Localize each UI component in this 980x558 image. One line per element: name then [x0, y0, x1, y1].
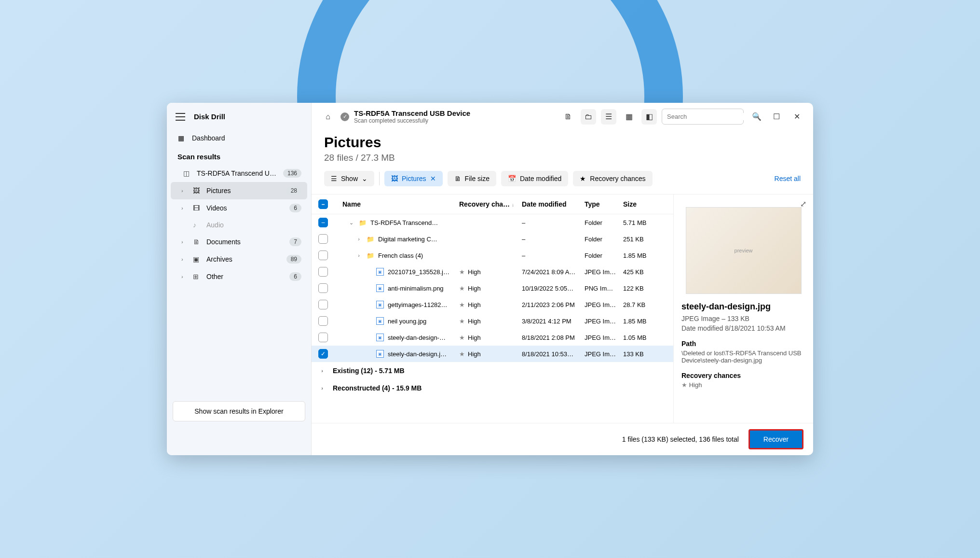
list-view-icon[interactable]: ☰	[601, 109, 616, 125]
col-recovery[interactable]: Recovery cha…↓	[459, 200, 522, 208]
tree-caret-icon[interactable]: ⌄	[347, 220, 355, 226]
panel-view-icon[interactable]: ◧	[641, 109, 657, 125]
table-row[interactable]: ▣steely-dan-design-… ★High 8/18/2021 2:0…	[312, 329, 673, 346]
footer: 1 files (133 KB) selected, 136 files tot…	[312, 423, 813, 455]
show-filter[interactable]: ☰ Show ⌄	[324, 171, 374, 186]
pictures-filter[interactable]: 🖼 Pictures ✕	[384, 171, 443, 186]
sidebar-cat-other[interactable]: › ⊞ Other 6	[171, 268, 307, 285]
select-all-checkbox[interactable]: –	[318, 199, 328, 209]
close-button[interactable]: ✕	[789, 109, 804, 125]
sidebar-cat-archives[interactable]: › ▣ Archives 89	[171, 251, 307, 268]
table-row[interactable]: – ⌄📁TS-RDF5A Transcend… – Folder 5.71 MB	[312, 214, 673, 231]
table-row[interactable]: ✓ ▣steely-dan-design.j… ★High 8/18/2021 …	[312, 346, 673, 362]
category-count: 89	[286, 255, 301, 264]
tree-caret-icon[interactable]: ›	[355, 252, 363, 258]
file-icon-btn[interactable]: 🗎	[560, 109, 576, 125]
scan-device[interactable]: ◫ TS-RDF5A Transcend US… 136	[171, 165, 307, 182]
group-row[interactable]: ›Existing (12) - 5.71 MB	[312, 362, 673, 379]
datemod-filter[interactable]: 📅 Date modified	[501, 171, 568, 186]
category-label: Archives	[206, 255, 282, 263]
group-row[interactable]: ›Reconstructed (4) - 15.9 MB	[312, 379, 673, 397]
col-name[interactable]: Name	[338, 200, 459, 208]
file-date: 8/18/2021 10:53…	[522, 350, 585, 358]
tree-caret-icon[interactable]: ›	[355, 236, 363, 242]
image-file-icon: ▣	[376, 301, 384, 308]
col-size[interactable]: Size	[623, 200, 667, 208]
sidebar-cat-audio[interactable]: ♪ Audio	[171, 217, 307, 233]
grid-view-icon[interactable]: ▦	[621, 109, 637, 125]
minimize-button[interactable]: ─	[749, 109, 764, 125]
recover-button[interactable]: Recover	[749, 429, 803, 449]
col-date[interactable]: Date modified	[522, 200, 585, 208]
chevron-right-icon: ›	[318, 385, 326, 391]
remove-filter-icon[interactable]: ✕	[430, 175, 436, 182]
file-size: 122 KB	[623, 285, 667, 292]
category-count: 6	[289, 272, 301, 281]
star-icon: ★	[459, 334, 465, 341]
row-checkbox[interactable]: ✓	[318, 349, 328, 359]
file-type: JPEG Im…	[585, 334, 623, 341]
sidebar-cat-pictures[interactable]: › 🖼 Pictures 28	[171, 182, 307, 199]
chevron-right-icon: ›	[181, 239, 188, 245]
file-size: 1.05 MB	[623, 334, 667, 341]
folder-icon-btn[interactable]: 🗀	[581, 109, 596, 125]
image-file-icon: ▣	[376, 317, 384, 325]
filesize-filter[interactable]: 🗎 File size	[448, 171, 496, 186]
col-type[interactable]: Type	[585, 200, 623, 208]
preview-panel: ⤢ preview steely-dan-design.jpg JPEG Ima…	[673, 195, 813, 423]
category-label: Videos	[206, 204, 285, 212]
row-checkbox[interactable]	[318, 333, 328, 342]
preview-meta-type: JPEG Image – 133 KB	[681, 315, 805, 322]
file-name: gettyimages-11282…	[388, 301, 448, 308]
device-title: TS-RDF5A Transcend USB Device	[354, 109, 470, 117]
content-title: Pictures	[324, 134, 801, 151]
table-row[interactable]: ▣gettyimages-11282… ★High 2/11/2023 2:06…	[312, 296, 673, 313]
show-in-explorer-button[interactable]: Show scan results in Explorer	[173, 401, 305, 421]
path-label: Path	[681, 340, 805, 348]
row-checkbox[interactable]	[318, 300, 328, 309]
file-name: French class (4)	[378, 252, 423, 259]
search-input[interactable]	[667, 113, 748, 120]
table-row[interactable]: ▣anti-minimalism.png ★High 10/19/2022 5:…	[312, 280, 673, 296]
file-type: Folder	[585, 219, 623, 226]
recovery-filter[interactable]: ★ Recovery chances	[573, 171, 652, 186]
path-value: \Deleted or lost\TS-RDF5A Transcend USB …	[681, 349, 805, 364]
content-subtitle: 28 files / 27.3 MB	[324, 153, 801, 163]
table-row[interactable]: ›📁French class (4) – Folder 1.85 MB	[312, 247, 673, 264]
hamburger-icon[interactable]	[176, 113, 185, 121]
scan-status: Scan completed successfully	[354, 117, 470, 124]
image-icon: 🖼	[391, 175, 398, 182]
file-size: 1.85 MB	[623, 252, 667, 259]
group-label: Reconstructed (4) - 15.9 MB	[333, 384, 422, 392]
expand-icon[interactable]: ⤢	[800, 199, 806, 209]
row-checkbox[interactable]: –	[318, 218, 328, 227]
table-row[interactable]: ▣20210719_135528.j… ★High 7/24/2021 8:09…	[312, 264, 673, 280]
row-checkbox[interactable]	[318, 316, 328, 326]
preview-meta-date: Date modified 8/18/2021 10:53 AM	[681, 324, 805, 332]
sidebar-cat-videos[interactable]: › 🎞 Videos 6	[171, 199, 307, 217]
calendar-icon: 📅	[508, 175, 516, 182]
row-checkbox[interactable]	[318, 251, 328, 260]
chevron-right-icon: ›	[181, 205, 188, 211]
app-window: Disk Drill ▦ Dashboard Scan results ◫ TS…	[167, 103, 813, 455]
search-box[interactable]: 🔍	[662, 109, 744, 125]
maximize-button[interactable]: ☐	[769, 109, 784, 125]
row-checkbox[interactable]	[318, 234, 328, 244]
table-row[interactable]: ›📁Digital marketing C… – Folder 251 KB	[312, 231, 673, 247]
category-count: 6	[289, 204, 301, 212]
file-name: TS-RDF5A Transcend…	[370, 219, 438, 226]
table-row[interactable]: ▣neil young.jpg ★High 3/8/2021 4:12 PM J…	[312, 313, 673, 329]
main-panel: ⌂ ✓ TS-RDF5A Transcend USB Device Scan c…	[312, 103, 813, 455]
star-icon: ★	[459, 350, 465, 358]
sidebar-cat-documents[interactable]: › 🗎 Documents 7	[171, 233, 307, 251]
row-checkbox[interactable]	[318, 283, 328, 293]
home-icon[interactable]: ⌂	[320, 109, 336, 125]
file-date: 8/18/2021 2:08 PM	[522, 334, 585, 341]
nav-dashboard[interactable]: ▦ Dashboard	[167, 129, 311, 147]
chevron-right-icon: ›	[181, 256, 188, 262]
category-icon: ♪	[193, 221, 202, 229]
reset-all-link[interactable]: Reset all	[775, 175, 801, 182]
category-label: Pictures	[206, 187, 282, 195]
row-checkbox[interactable]	[318, 267, 328, 277]
file-name: anti-minimalism.png	[388, 285, 444, 292]
